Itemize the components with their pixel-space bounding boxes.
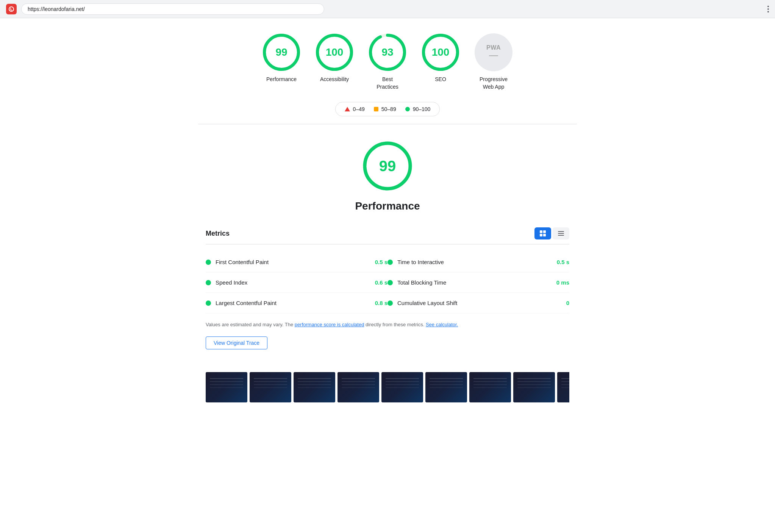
metrics-toggles: [534, 227, 569, 239]
calculator-link[interactable]: See calculator.: [426, 322, 458, 327]
cls-dot: [388, 300, 393, 306]
filmstrip-thumb-9: [557, 372, 569, 402]
filmstrip-thumb-4: [338, 372, 379, 402]
metrics-section: Metrics: [206, 227, 569, 361]
svg-rect-12: [540, 234, 542, 236]
browser-favicon: [6, 4, 17, 14]
tbt-name: Total Blocking Time: [397, 279, 552, 286]
performance-circle: 99: [262, 33, 300, 71]
legend-range-green: 90–100: [413, 106, 431, 112]
seo-label: SEO: [435, 76, 446, 83]
cls-name: Cumulative Layout Shift: [397, 300, 562, 306]
browser-menu-button[interactable]: [767, 6, 769, 13]
svg-rect-16: [558, 235, 564, 236]
lcp-dot: [206, 300, 211, 306]
pwa-circle: PWA —: [475, 33, 512, 71]
filmstrip-thumb-5: [381, 372, 423, 402]
cls-value: 0: [566, 300, 569, 306]
metric-row-fcp: First Contentful Paint 0.5 s: [206, 252, 388, 272]
filmstrip-thumb-8: [513, 372, 555, 402]
si-name: Speed Index: [216, 279, 370, 286]
section-divider: [198, 124, 577, 124]
browser-bar: https://leonardofaria.net/: [0, 0, 775, 18]
metrics-header: Metrics: [206, 227, 569, 244]
filmstrip-thumb-7: [469, 372, 511, 402]
tbt-dot: [388, 280, 393, 285]
view-original-trace-button[interactable]: View Original Trace: [206, 336, 267, 349]
url-bar[interactable]: https://leonardofaria.net/: [21, 3, 324, 15]
green-dot-icon: [405, 107, 410, 111]
metric-row-cls: Cumulative Layout Shift 0: [388, 293, 569, 313]
tbt-value: 0 ms: [556, 279, 569, 286]
fcp-value: 0.5 s: [375, 259, 388, 265]
legend-range-orange: 50–89: [381, 106, 396, 112]
toggle-grid-button[interactable]: [534, 227, 551, 239]
filmstrip-thumb-6: [425, 372, 467, 402]
svg-rect-14: [558, 231, 564, 232]
red-triangle-icon: [345, 107, 350, 111]
filmstrip: [206, 372, 569, 406]
metrics-right-column: Time to Interactive 0.5 s Total Blocking…: [388, 252, 569, 313]
accessibility-circle: 100: [316, 33, 353, 71]
metrics-left-column: First Contentful Paint 0.5 s Speed Index…: [206, 252, 388, 313]
perf-score-link[interactable]: performance score is calculated: [295, 322, 364, 327]
score-cards-row: 99 Performance 100 Accessibility: [206, 33, 569, 91]
lcp-value: 0.8 s: [375, 300, 388, 306]
svg-rect-10: [540, 230, 542, 233]
best-practices-circle: 93: [369, 33, 406, 71]
svg-rect-11: [543, 230, 546, 233]
metrics-title: Metrics: [206, 230, 230, 238]
filmstrip-thumb-2: [250, 372, 291, 402]
legend-item-red: 0–49: [345, 106, 365, 112]
score-card-seo[interactable]: 100 SEO: [422, 33, 459, 91]
seo-circle: 100: [422, 33, 459, 71]
pwa-dash: —: [489, 50, 498, 60]
legend-item-green: 90–100: [405, 106, 431, 112]
main-content: 99 Performance 100 Accessibility: [198, 18, 577, 421]
big-performance-circle: 99: [361, 139, 414, 192]
accessibility-label: Accessibility: [320, 76, 349, 83]
si-value: 0.6 s: [375, 279, 388, 286]
lcp-name: Largest Contentful Paint: [216, 300, 370, 306]
performance-score: 99: [275, 46, 287, 58]
legend-range-red: 0–49: [353, 106, 365, 112]
pwa-label: ProgressiveWeb App: [480, 76, 508, 91]
svg-rect-15: [558, 233, 564, 234]
metric-row-lcp: Largest Contentful Paint 0.8 s: [206, 293, 388, 313]
filmstrip-thumb-3: [294, 372, 335, 402]
legend-inner: 0–49 50–89 90–100: [335, 102, 440, 116]
toggle-list-button[interactable]: [553, 227, 569, 239]
seo-score: 100: [432, 46, 450, 58]
score-card-best-practices[interactable]: 93 BestPractices: [369, 33, 406, 91]
big-section-title: Performance: [355, 200, 420, 212]
tti-name: Time to Interactive: [397, 259, 552, 265]
tti-dot: [388, 260, 393, 265]
metric-row-tti: Time to Interactive 0.5 s: [388, 252, 569, 272]
best-practices-score: 93: [381, 46, 393, 58]
fcp-dot: [206, 260, 211, 265]
score-card-pwa[interactable]: PWA — ProgressiveWeb App: [475, 33, 512, 91]
legend: 0–49 50–89 90–100: [206, 102, 569, 116]
orange-square-icon: [374, 107, 378, 111]
metrics-note: Values are estimated and may vary. The p…: [206, 321, 569, 329]
big-performance-score: 99: [379, 158, 396, 175]
performance-label: Performance: [266, 76, 297, 83]
filmstrip-thumb-1: [206, 372, 247, 402]
svg-rect-13: [543, 234, 546, 236]
metrics-grid: First Contentful Paint 0.5 s Speed Index…: [206, 252, 569, 313]
score-card-performance[interactable]: 99 Performance: [262, 33, 300, 91]
metric-row-si: Speed Index 0.6 s: [206, 272, 388, 293]
si-dot: [206, 280, 211, 285]
metric-row-tbt: Total Blocking Time 0 ms: [388, 272, 569, 293]
big-score-section: 99 Performance: [206, 139, 569, 212]
accessibility-score: 100: [326, 46, 344, 58]
best-practices-label: BestPractices: [377, 76, 398, 91]
score-card-accessibility[interactable]: 100 Accessibility: [316, 33, 353, 91]
tti-value: 0.5 s: [557, 259, 569, 265]
fcp-name: First Contentful Paint: [216, 259, 370, 265]
legend-item-orange: 50–89: [374, 106, 396, 112]
